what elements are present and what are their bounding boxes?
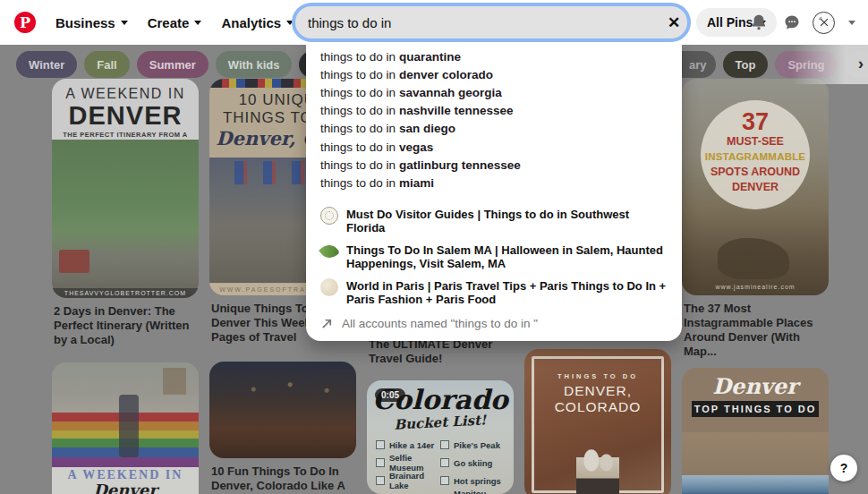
- suggestion-prefix: things to do in: [320, 50, 396, 64]
- checkbox-icon: [440, 458, 449, 467]
- pin-text-band: A WEEKEND IN Denver Colorado: [52, 467, 199, 494]
- clear-search-icon[interactable]: ✕: [660, 13, 687, 32]
- checklist-item: Go skiing: [440, 454, 505, 472]
- pin-line4: DENVER: [701, 180, 810, 195]
- account-title: Things To Do In Salem MA | Halloween in …: [346, 243, 668, 270]
- suggestion-list: things to do inquarantinethings to do in…: [306, 47, 682, 192]
- nav-menu-analytics[interactable]: Analytics: [221, 15, 294, 30]
- pin-weekend-denver-colorado[interactable]: A WEEKEND IN Denver Colorado: [52, 362, 199, 494]
- nav-menu-label: Analytics: [221, 15, 281, 30]
- chips-scroll-right-button[interactable]: ›: [858, 54, 864, 73]
- pin-denver-colorado[interactable]: THINGS TO DO DENVER, COLORADO: [524, 349, 671, 494]
- search-suggestion[interactable]: things to do ingatlinburg tennessee: [306, 156, 682, 174]
- suggestion-term: savannah georgia: [399, 86, 502, 99]
- pinterest-logo[interactable]: P: [14, 12, 36, 33]
- search-suggestion[interactable]: things to do innashville tennessee: [306, 102, 682, 120]
- checklist-right-column: Pike's PeakGo skiingHot springsManitou I…: [440, 436, 505, 494]
- must-do-badge-avatar: [320, 207, 338, 225]
- suggestion-prefix: things to do in: [320, 122, 396, 135]
- messages-chat-icon[interactable]: [779, 10, 804, 35]
- globe-sketch-avatar: [320, 278, 338, 296]
- pin-colorado-bucket-list[interactable]: 0:05 Colorado Bucket List! Hike a 14erSe…: [367, 380, 514, 494]
- pin-line1: MUST-SEE: [701, 134, 810, 149]
- pin-photo-street: THESAVVYGLOBETROTTER.COM: [52, 140, 199, 298]
- profile-avatar-utensils-icon[interactable]: [813, 12, 835, 34]
- checklist-label: Manitou Incline: [454, 489, 505, 494]
- chevron-down-icon: [194, 21, 201, 25]
- account-result[interactable]: Things To Do In Salem MA | Halloween in …: [306, 239, 682, 275]
- pin-column-5: 37 MUST-SEE INSTAGRAMMABLE SPOTS AROUND …: [682, 79, 829, 494]
- help-button[interactable]: ?: [830, 455, 857, 481]
- checklist-item: Brainard Lake: [376, 472, 440, 490]
- pin-caption[interactable]: 10 Fun Things To Do In Denver, Colorado …: [211, 464, 354, 494]
- pin-rock-figure: [718, 238, 789, 279]
- pin-watermark: www.jasminealire.com: [682, 284, 829, 290]
- nav-menu-create[interactable]: Create: [148, 15, 202, 30]
- nav-menu-business[interactable]: Business: [55, 15, 128, 30]
- all-accounts-row[interactable]: All accounts named "things to do in ": [306, 311, 682, 330]
- filter-chip-top[interactable]: Top: [723, 51, 769, 78]
- checkbox-icon: [440, 440, 449, 449]
- search-suggestion[interactable]: things to do insan diego: [306, 120, 682, 138]
- filter-chip-ary[interactable]: ary: [680, 51, 716, 78]
- account-switcher-chevron-icon[interactable]: [843, 10, 861, 35]
- green-leaf-avatar: [319, 241, 340, 262]
- checklist-item: Manitou Incline: [440, 490, 505, 494]
- filter-chip-summer[interactable]: Summer: [137, 51, 208, 78]
- external-arrow-icon: [320, 317, 334, 330]
- suggestion-term: quarantine: [399, 50, 461, 64]
- pin-title-block: A WEEKEND IN DENVER THE PERFECT ITINERAR…: [52, 79, 199, 147]
- pin-top-things-to-do[interactable]: Denver TOP THINGS TO DO: [682, 368, 829, 494]
- pin-column-1: A WEEKEND IN DENVER THE PERFECT ITINERAR…: [52, 79, 199, 494]
- search-suggestion[interactable]: things to do invegas: [306, 138, 682, 156]
- suggestion-term: gatlinburg tennessee: [399, 158, 521, 172]
- suggestion-prefix: things to do in: [320, 176, 396, 190]
- chips-fade-gradient: [792, 45, 868, 84]
- filter-chip-with-kids[interactable]: With kids: [216, 51, 293, 78]
- pin-watermark: THESAVVYGLOBETROTTER.COM: [52, 288, 199, 298]
- checklist-label: Selfie Museum: [389, 453, 440, 473]
- checkbox-icon: [376, 476, 385, 485]
- search-input[interactable]: [295, 15, 660, 30]
- checklist-label: Go skiing: [454, 458, 492, 468]
- account-results: Must Do Visitor Guides | Things to do in…: [306, 203, 682, 311]
- suggestion-prefix: things to do in: [320, 68, 396, 81]
- pin-script-title: Denver: [682, 375, 829, 398]
- filter-chip-winter[interactable]: Winter: [16, 51, 77, 78]
- all-accounts-label: All accounts named "things to do in ": [342, 317, 538, 330]
- checkbox-icon: [440, 476, 449, 485]
- bucket-checklist: Hike a 14erSelfie MuseumBrainard LakeEst…: [367, 436, 514, 494]
- suggestion-term: miami: [399, 176, 434, 190]
- checklist-item: Selfie Museum: [376, 454, 440, 472]
- checklist-label: Pike's Peak: [454, 440, 500, 450]
- nav-menu-label: Create: [148, 15, 190, 30]
- search-suggestion[interactable]: things to do inmiami: [306, 174, 682, 192]
- pin-line2: INSTAGRAMMABLE: [701, 149, 810, 165]
- search-suggestion[interactable]: things to do inquarantine: [306, 47, 682, 65]
- checklist-left-column: Hike a 14erSelfie MuseumBrainard LakeEst…: [376, 436, 440, 494]
- notifications-bell-icon[interactable]: [746, 10, 771, 35]
- pin-instagrammable-spots[interactable]: 37 MUST-SEE INSTAGRAMMABLE SPOTS AROUND …: [682, 79, 829, 295]
- search-suggestion[interactable]: things to do indenver colorado: [306, 65, 682, 83]
- pin-night-street[interactable]: [209, 362, 356, 458]
- account-title: World in Paris | Paris Travel Tips + Par…: [346, 279, 668, 306]
- account-result[interactable]: Must Do Visitor Guides | Things to do in…: [306, 203, 682, 239]
- pin-caption[interactable]: The 37 Most Instagrammable Places Around…: [684, 302, 827, 359]
- pin-photo-train: [682, 475, 829, 494]
- pin-caption[interactable]: 2 Days in Denver: The Perfect Itinerary …: [54, 304, 197, 347]
- account-result[interactable]: World in Paris | Paris Travel Tips + Par…: [306, 275, 682, 311]
- search-suggestion[interactable]: things to do insavannah georgia: [306, 83, 682, 101]
- checklist-item: Hike a 14er: [376, 436, 440, 454]
- pin-photo-building: [682, 432, 829, 475]
- suggestion-prefix: things to do in: [320, 104, 396, 117]
- pin-caption[interactable]: The ULTIMATE Denver Travel Guide!: [369, 337, 512, 366]
- chevron-down-icon: [121, 21, 128, 25]
- suggestion-term: nashville tennessee: [399, 104, 514, 117]
- filter-chip-fall[interactable]: Fall: [84, 51, 129, 78]
- pin-weekend-in-denver[interactable]: A WEEKEND IN DENVER THE PERFECT ITINERAR…: [52, 79, 199, 298]
- pin-title-line2: DENVER: [52, 102, 199, 129]
- search-suggestions-dropdown: things to do inquarantinethings to do in…: [306, 40, 682, 341]
- pin-photo-rainbow-crosswalk: [52, 413, 199, 467]
- checklist-label: Brainard Lake: [389, 471, 440, 490]
- suggestion-term: denver colorado: [399, 68, 493, 81]
